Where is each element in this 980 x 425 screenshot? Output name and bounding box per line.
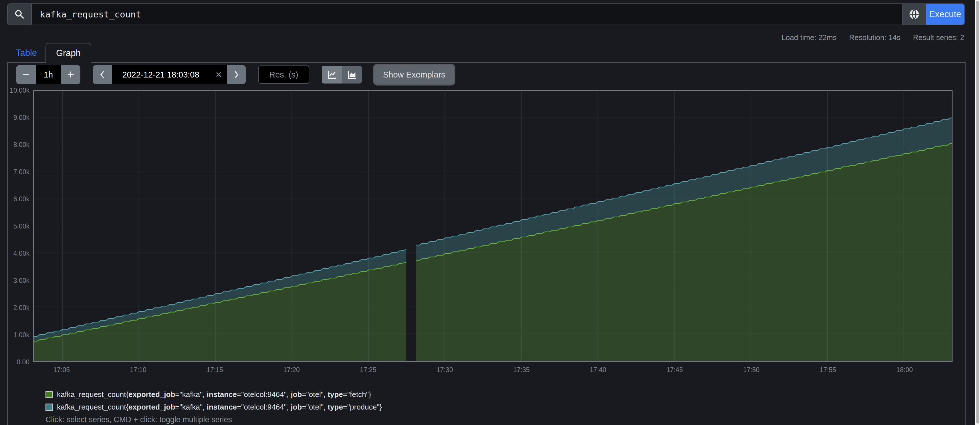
y-tick-label: 2.00k [13,304,29,312]
y-tick-label: 5.00k [13,223,29,230]
legend-item[interactable]: kafka_request_count{exported_job="kafka"… [46,403,382,412]
metrics-explorer-button[interactable] [902,4,926,25]
line-chart-icon [327,70,337,80]
x-tick-label: 17:45 [667,366,683,374]
range-increase-button[interactable]: + [61,65,80,84]
time-picker: × [93,65,246,84]
x-axis-labels: 17:0517:1017:1517:2017:2517:3017:3517:40… [33,366,954,375]
range-stepper: − + [16,65,80,84]
show-exemplars-button[interactable]: Show Exemplars [374,65,454,84]
x-tick-label: 17:05 [53,366,70,374]
y-tick-label: 6.00k [13,195,29,203]
search-icon [8,4,32,25]
load-time: Load time: 22ms [781,33,837,42]
datetime-box: × [112,65,227,84]
x-tick-label: 17:25 [360,366,376,374]
legend-series-name: kafka_request_count{exported_job="kafka"… [57,390,371,399]
tab-table[interactable]: Table [7,43,46,63]
stacked-chart-button[interactable] [342,66,362,83]
scrollbar-thumb[interactable] [976,1,979,423]
execute-button[interactable]: Execute [926,4,964,25]
range-input[interactable] [36,65,61,84]
query-input[interactable] [32,4,902,25]
chevron-right-icon [232,70,240,80]
graph-panel: − + × [7,62,966,425]
x-tick-label: 17:40 [590,366,606,374]
x-tick-label: 17:30 [436,366,453,374]
tab-graph[interactable]: Graph [46,43,91,63]
resolution-input[interactable] [258,65,309,84]
y-tick-label: 0.00 [17,358,29,366]
x-tick-label: 17:50 [743,366,760,374]
legend-series-name: kafka_request_count{exported_job="kafka"… [57,403,382,412]
legend-swatch [46,404,52,411]
y-tick-label: 1.00k [13,331,29,339]
legend-swatch [46,391,52,398]
line-chart-button[interactable] [322,66,342,83]
view-tabs: Table Graph [7,43,91,63]
chart-legend: kafka_request_count{exported_job="kafka"… [46,390,382,412]
query-stats: Load time: 22ms Resolution: 14s Result s… [781,33,964,42]
legend-item[interactable]: kafka_request_count{exported_job="kafka"… [46,390,382,399]
y-tick-label: 10.00k [10,87,29,94]
x-tick-label: 17:15 [207,366,223,374]
x-tick-label: 17:10 [130,366,146,374]
y-axis-labels: 0.001.00k2.00k3.00k4.00k5.00k6.00k7.00k8… [8,90,30,363]
graph-toolbar: − + × [16,65,454,84]
x-tick-label: 17:35 [513,366,530,374]
chevron-left-icon [98,70,107,80]
stacked-chart-icon [347,70,357,80]
y-tick-label: 7.00k [13,168,29,176]
chart-plot-area[interactable] [33,90,953,362]
y-tick-label: 3.00k [13,277,29,285]
x-tick-label: 17:20 [283,366,300,374]
datetime-input[interactable] [112,65,227,84]
legend-hint: Click: select series, CMD + click: toggl… [46,415,232,424]
resolution: Resolution: 14s [849,33,900,42]
x-tick-label: 18:00 [896,366,913,374]
x-tick-label: 17:55 [820,366,837,374]
globe-icon [908,8,920,20]
result-series: Result series: 2 [913,33,964,42]
area-fetch [416,143,952,361]
time-forward-button[interactable] [227,65,246,84]
y-tick-label: 8.00k [13,141,29,149]
range-decrease-button[interactable]: − [16,65,36,84]
query-bar: Execute [7,3,965,25]
y-tick-label: 4.00k [13,250,29,258]
chart-type-toggle [322,66,362,83]
clear-time-icon[interactable]: × [216,70,222,80]
time-back-button[interactable] [93,65,112,84]
page-scrollbar [975,0,980,425]
y-tick-label: 9.00k [13,114,29,121]
area-fetch [34,262,406,361]
